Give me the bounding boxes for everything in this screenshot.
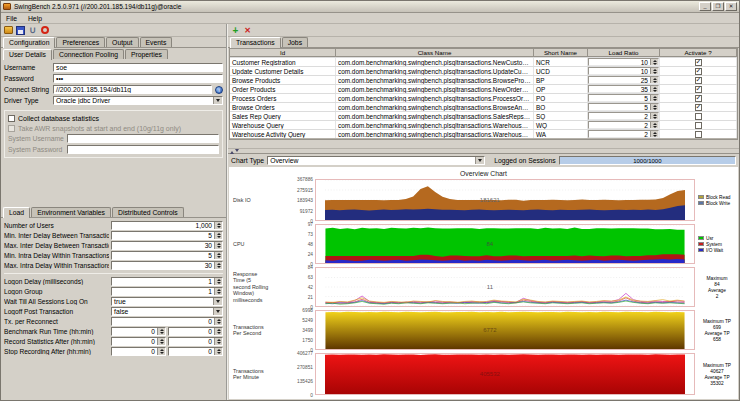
open-icon[interactable] bbox=[4, 26, 13, 35]
spinner-down-icon[interactable] bbox=[160, 352, 164, 356]
subtab-user-details[interactable]: User Details bbox=[3, 49, 52, 60]
spinner-down-icon[interactable] bbox=[653, 135, 657, 139]
activate-checkbox[interactable] bbox=[695, 113, 702, 120]
activate-checkbox[interactable] bbox=[695, 86, 702, 93]
spinner-arrows[interactable] bbox=[650, 122, 658, 128]
spinner-down-icon[interactable] bbox=[217, 342, 221, 346]
tab-configuration[interactable]: Configuration bbox=[3, 37, 55, 48]
spinner[interactable]: 0 bbox=[111, 347, 166, 356]
spinner[interactable]: 0 bbox=[168, 337, 223, 346]
spinner-up-icon[interactable] bbox=[653, 112, 657, 116]
minimize-button[interactable]: _ bbox=[699, 2, 711, 11]
tab-events[interactable]: Events bbox=[140, 37, 173, 47]
tab-output[interactable]: Output bbox=[106, 37, 138, 47]
spinner-down-icon[interactable] bbox=[217, 322, 221, 326]
spinner-up-icon[interactable] bbox=[217, 347, 221, 351]
spinner[interactable]: 0 bbox=[168, 347, 223, 356]
spinner-arrows[interactable] bbox=[214, 252, 222, 259]
spinner-up-icon[interactable] bbox=[653, 58, 657, 62]
driver-type-dropdown[interactable]: Oracle jdbc Driver bbox=[53, 96, 223, 105]
subtab-connection-pooling[interactable]: Connection Pooling bbox=[53, 49, 124, 59]
spinner-arrows[interactable] bbox=[650, 86, 658, 92]
table-row[interactable]: Warehouse Querycom.dom.benchmarking.swin… bbox=[230, 121, 737, 130]
spinner-up-icon[interactable] bbox=[217, 261, 221, 265]
column-header-activate[interactable]: Activate ? bbox=[660, 49, 737, 57]
table-row[interactable]: Customer Registrationcom.dom.benchmarkin… bbox=[230, 58, 737, 67]
spinner-down-icon[interactable] bbox=[217, 282, 221, 286]
chevron-down-icon[interactable] bbox=[475, 157, 484, 164]
spinner[interactable]: 30 bbox=[111, 261, 223, 270]
spinner-up-icon[interactable] bbox=[653, 94, 657, 98]
spinner-up-icon[interactable] bbox=[653, 76, 657, 80]
spinner-arrows[interactable] bbox=[214, 232, 222, 239]
spinner-down-icon[interactable] bbox=[653, 72, 657, 76]
spinner[interactable]: 2 bbox=[588, 130, 659, 138]
spinner-up-icon[interactable] bbox=[217, 287, 221, 291]
collect-stats-checkbox[interactable] bbox=[8, 115, 15, 122]
spinner-up-icon[interactable] bbox=[217, 317, 221, 321]
menu-help[interactable]: Help bbox=[28, 15, 42, 22]
spinner-down-icon[interactable] bbox=[217, 246, 221, 250]
activate-checkbox[interactable] bbox=[695, 104, 702, 111]
connect-string-input[interactable]: //200.201.185.194/db11g bbox=[53, 85, 212, 94]
spinner[interactable]: 1 bbox=[111, 277, 223, 286]
column-header-load-ratio[interactable]: Load Ratio bbox=[588, 49, 660, 57]
spinner[interactable]: 0 bbox=[168, 327, 223, 336]
activate-checkbox[interactable] bbox=[695, 77, 702, 84]
tab-transactions[interactable]: Transactions bbox=[230, 37, 281, 48]
dropdown[interactable]: false bbox=[111, 307, 223, 316]
spinner-up-icon[interactable] bbox=[217, 327, 221, 331]
spinner[interactable]: 0 bbox=[111, 317, 223, 326]
spinner-down-icon[interactable] bbox=[653, 126, 657, 130]
spinner-up-icon[interactable] bbox=[653, 103, 657, 107]
chevron-down-icon[interactable] bbox=[213, 298, 222, 305]
spinner[interactable]: 35 bbox=[588, 85, 659, 93]
spinner-up-icon[interactable] bbox=[217, 231, 221, 235]
spinner-down-icon[interactable] bbox=[160, 342, 164, 346]
activate-checkbox[interactable] bbox=[695, 122, 702, 129]
spinner-down-icon[interactable] bbox=[217, 332, 221, 336]
spinner-arrows[interactable] bbox=[214, 338, 222, 345]
spinner-up-icon[interactable] bbox=[653, 130, 657, 134]
chevron-down-icon[interactable] bbox=[213, 97, 222, 104]
table-row[interactable]: Sales Rep Querycom.dom.benchmarking.swin… bbox=[230, 112, 737, 121]
tab-environment-variables[interactable]: Environment Variables bbox=[31, 207, 111, 217]
dropdown[interactable]: true bbox=[111, 297, 223, 306]
spinner-down-icon[interactable] bbox=[653, 63, 657, 67]
column-header-class-name[interactable]: Class Name bbox=[336, 49, 534, 57]
splitter-up-icon[interactable] bbox=[230, 149, 234, 154]
password-input[interactable]: ••• bbox=[53, 74, 223, 83]
spinner-up-icon[interactable] bbox=[653, 67, 657, 71]
tab-jobs[interactable]: Jobs bbox=[282, 37, 308, 47]
spinner-arrows[interactable] bbox=[650, 113, 658, 119]
spinner-down-icon[interactable] bbox=[217, 256, 221, 260]
table-row[interactable]: Process Orderscom.dom.benchmarking.swing… bbox=[230, 94, 737, 103]
spinner-arrows[interactable] bbox=[650, 95, 658, 101]
spinner-down-icon[interactable] bbox=[217, 236, 221, 240]
spinner[interactable]: 25 bbox=[588, 76, 659, 84]
add-transaction-icon[interactable]: + bbox=[231, 26, 240, 35]
delete-transaction-icon[interactable]: ✕ bbox=[243, 26, 252, 35]
spinner-down-icon[interactable] bbox=[653, 99, 657, 103]
spinner-down-icon[interactable] bbox=[653, 108, 657, 112]
spinner-arrows[interactable] bbox=[650, 131, 658, 137]
spinner-down-icon[interactable] bbox=[160, 332, 164, 336]
spinner-up-icon[interactable] bbox=[160, 337, 164, 341]
spinner-arrows[interactable] bbox=[157, 348, 165, 355]
spinner[interactable]: 5 bbox=[588, 94, 659, 102]
spinner[interactable]: 30 bbox=[111, 241, 223, 250]
spinner-arrows[interactable] bbox=[214, 318, 222, 325]
spinner-arrows[interactable] bbox=[214, 222, 222, 229]
activate-checkbox[interactable] bbox=[695, 59, 702, 66]
spinner-arrows[interactable] bbox=[650, 59, 658, 65]
tab-load[interactable]: Load bbox=[3, 207, 30, 218]
spinner[interactable]: 5 bbox=[588, 103, 659, 111]
spinner-arrows[interactable] bbox=[214, 328, 222, 335]
spinner-up-icon[interactable] bbox=[217, 221, 221, 225]
spinner-down-icon[interactable] bbox=[217, 266, 221, 270]
spinner-arrows[interactable] bbox=[157, 328, 165, 335]
activate-checkbox[interactable] bbox=[695, 131, 702, 138]
spinner-down-icon[interactable] bbox=[653, 81, 657, 85]
stop-benchmark-icon[interactable] bbox=[40, 26, 49, 35]
spinner-down-icon[interactable] bbox=[217, 292, 221, 296]
